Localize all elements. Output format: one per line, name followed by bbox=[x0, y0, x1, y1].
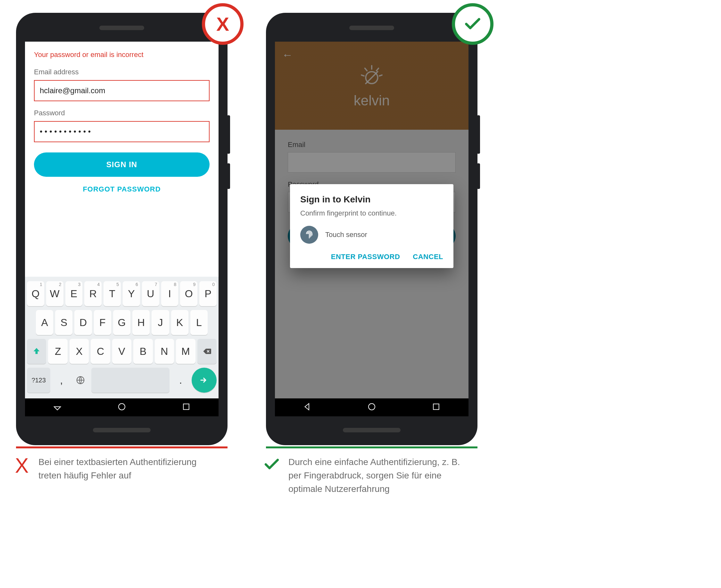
screen-left: Your password or email is incorrect Emai… bbox=[25, 42, 219, 416]
phone-frame-right: ← kelvin bbox=[266, 13, 477, 445]
android-nav bbox=[25, 398, 219, 416]
key-y[interactable]: 6Y bbox=[123, 281, 140, 306]
numbers-key[interactable]: ?123 bbox=[27, 368, 50, 393]
caption-check-icon bbox=[263, 456, 281, 477]
password-field[interactable] bbox=[34, 121, 210, 142]
key-f[interactable]: F bbox=[94, 310, 111, 335]
key-u[interactable]: 7U bbox=[142, 281, 159, 306]
key-b[interactable]: B bbox=[133, 339, 152, 364]
nav-home-icon[interactable] bbox=[117, 402, 127, 413]
svg-rect-11 bbox=[434, 404, 439, 410]
globe-key[interactable] bbox=[73, 368, 88, 393]
key-k[interactable]: K bbox=[171, 310, 188, 335]
phone-frame-left: Your password or email is incorrect Emai… bbox=[16, 13, 228, 445]
error-message: Your password or email is incorrect bbox=[34, 50, 210, 59]
forgot-link-peek[interactable]: FORGOT PASSWORD bbox=[34, 185, 210, 191]
caption-text-right: Durch eine einfache Authentifizierung, z… bbox=[288, 456, 461, 496]
key-r[interactable]: 4R bbox=[84, 281, 102, 306]
nav-recents-icon[interactable] bbox=[181, 402, 191, 413]
underline-green bbox=[266, 446, 477, 448]
key-o[interactable]: 9O bbox=[180, 281, 198, 306]
svg-rect-2 bbox=[184, 404, 189, 410]
signin-button[interactable]: SIGN IN bbox=[34, 152, 210, 177]
email-field[interactable] bbox=[34, 80, 210, 101]
key-m[interactable]: M bbox=[176, 339, 195, 364]
password-label: Password bbox=[34, 109, 210, 117]
enter-password-button[interactable]: ENTER PASSWORD bbox=[331, 253, 400, 261]
bad-badge: X bbox=[202, 3, 244, 45]
caption-x-icon: X bbox=[13, 456, 31, 476]
screen-right: ← kelvin bbox=[275, 42, 469, 416]
key-h[interactable]: H bbox=[132, 310, 150, 335]
bad-example: X Your password or email is incorrect Em… bbox=[6, 6, 237, 496]
key-x[interactable]: X bbox=[69, 339, 89, 364]
key-s[interactable]: S bbox=[55, 310, 73, 335]
key-t[interactable]: 5T bbox=[103, 281, 121, 306]
fingerprint-icon bbox=[300, 226, 318, 244]
key-n[interactable]: N bbox=[155, 339, 174, 364]
key-e[interactable]: 3E bbox=[65, 281, 83, 306]
go-key[interactable] bbox=[192, 368, 217, 393]
key-j[interactable]: J bbox=[151, 310, 169, 335]
caption-left: X Bei einer textbasierten Authentifizier… bbox=[6, 456, 237, 482]
svg-point-10 bbox=[369, 403, 375, 410]
good-example: ← kelvin bbox=[256, 6, 487, 496]
email-label: Email address bbox=[34, 68, 210, 76]
login-form: Your password or email is incorrect Emai… bbox=[25, 42, 219, 191]
cancel-button[interactable]: CANCEL bbox=[413, 253, 443, 261]
key-q[interactable]: 1Q bbox=[27, 281, 44, 306]
key-d[interactable]: D bbox=[74, 310, 91, 335]
space-key[interactable] bbox=[91, 368, 169, 393]
key-p[interactable]: 0P bbox=[199, 281, 217, 306]
soft-keyboard[interactable]: 1Q2W3E4R5T6Y7U8I9O0P ASDFGHJKL ZXCVBNM ?… bbox=[25, 277, 219, 398]
svg-point-1 bbox=[119, 403, 125, 410]
caption-text-left: Bei einer textbasierten Authentifizierun… bbox=[38, 456, 211, 482]
dialog-subtitle: Confirm fingerprint to continue. bbox=[300, 209, 443, 217]
key-v[interactable]: V bbox=[112, 339, 131, 364]
touch-sensor-label: Touch sensor bbox=[325, 231, 367, 239]
key-i[interactable]: 8I bbox=[161, 281, 179, 306]
caption-right: Durch eine einfache Authentifizierung, z… bbox=[256, 456, 487, 496]
fingerprint-dialog: Sign in to Kelvin Confirm fingerprint to… bbox=[290, 184, 453, 268]
nav-home-icon[interactable] bbox=[367, 402, 376, 413]
key-l[interactable]: L bbox=[190, 310, 208, 335]
android-nav-r bbox=[275, 398, 469, 416]
key-c[interactable]: C bbox=[91, 339, 110, 364]
backspace-key[interactable] bbox=[198, 339, 217, 364]
dialog-title: Sign in to Kelvin bbox=[300, 194, 443, 205]
good-badge bbox=[452, 3, 493, 45]
nav-recents-icon[interactable] bbox=[431, 402, 441, 413]
key-w[interactable]: 2W bbox=[46, 281, 63, 306]
underline-red bbox=[16, 446, 228, 448]
shift-key[interactable] bbox=[27, 339, 46, 364]
key-a[interactable]: A bbox=[36, 310, 53, 335]
nav-back-icon[interactable] bbox=[303, 402, 312, 413]
nav-back-icon[interactable] bbox=[53, 402, 62, 413]
key-g[interactable]: G bbox=[113, 310, 130, 335]
comma-key[interactable]: , bbox=[54, 368, 69, 393]
period-key[interactable]: . bbox=[173, 368, 188, 393]
key-z[interactable]: Z bbox=[48, 339, 67, 364]
